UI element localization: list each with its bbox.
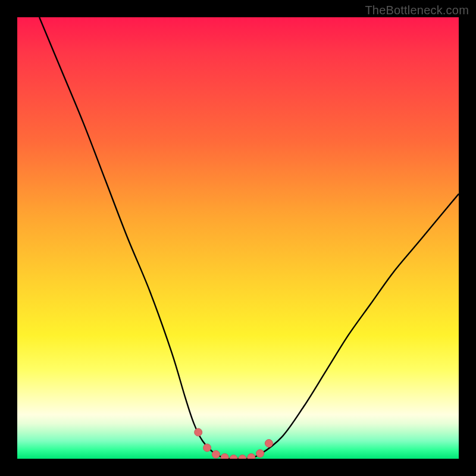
curve-line [39, 17, 459, 459]
trough-marker-dot [195, 428, 202, 436]
bottleneck-curve [17, 17, 459, 459]
trough-marker-dot [221, 453, 228, 459]
trough-marker-dot [212, 450, 220, 458]
watermark-text: TheBottleneck.com [365, 4, 469, 17]
trough-marker-dot [203, 444, 211, 452]
trough-markers [195, 428, 273, 459]
trough-marker-dot [265, 440, 273, 447]
trough-marker-dot [256, 450, 264, 458]
trough-marker-dot [248, 453, 255, 459]
plot-area [17, 17, 459, 459]
trough-marker-dot [239, 455, 246, 459]
chart-stage: TheBottleneck.com [0, 0, 476, 476]
trough-marker-dot [230, 455, 237, 459]
